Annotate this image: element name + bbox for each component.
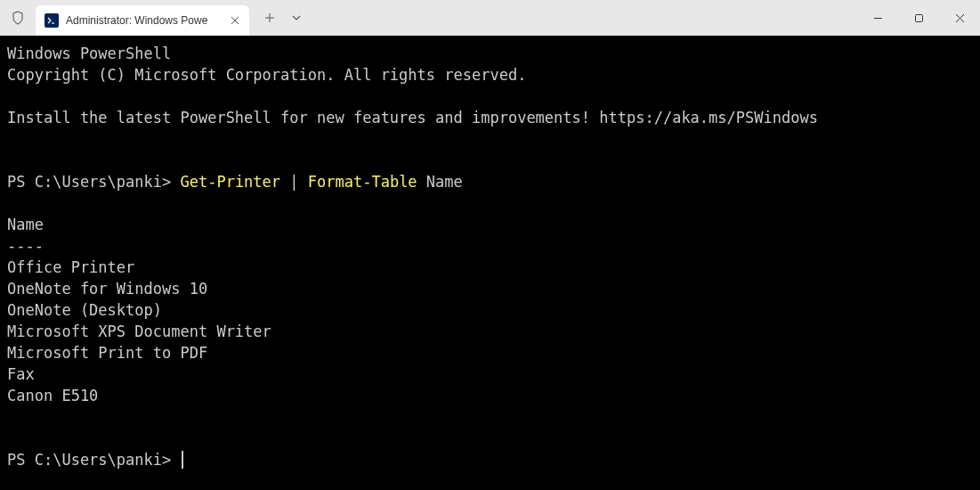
maximize-button[interactable] <box>898 0 939 36</box>
table-row: OneNote for Windows 10 <box>7 280 207 298</box>
table-row: OneNote (Desktop) <box>7 301 162 319</box>
terminal-line: Copyright (C) Microsoft Corporation. All… <box>7 66 526 84</box>
ps-pipe: | <box>280 173 308 191</box>
svg-rect-0 <box>915 14 922 21</box>
tab-title: Administrator: Windows Powe <box>66 14 221 27</box>
terminal-line: Windows PowerShell <box>7 45 171 62</box>
titlebar: Administrator: Windows Powe <box>0 0 980 36</box>
table-row: Canon E510 <box>7 387 98 404</box>
table-row: Microsoft Print to PDF <box>7 344 207 362</box>
tab-dropdown-button[interactable] <box>283 4 310 31</box>
close-button[interactable] <box>939 0 980 36</box>
terminal-output[interactable]: Windows PowerShell Copyright (C) Microso… <box>0 36 980 490</box>
minimize-button[interactable] <box>857 0 898 36</box>
ps-arg: Name <box>417 173 463 191</box>
ps-prompt: PS C:\Users\panki> <box>7 451 180 469</box>
tab-active[interactable]: Administrator: Windows Powe <box>36 5 249 36</box>
shield-icon <box>0 11 36 25</box>
tab-close-button[interactable] <box>228 13 242 28</box>
window-controls <box>857 0 980 36</box>
table-row: Fax <box>7 365 35 383</box>
table-divider: ---- <box>7 237 44 255</box>
table-header: Name <box>7 216 44 233</box>
powershell-icon <box>45 13 59 28</box>
terminal-line: Install the latest PowerShell for new fe… <box>7 109 818 127</box>
new-tab-button[interactable] <box>256 4 283 31</box>
ps-prompt: PS C:\Users\panki> <box>7 173 180 191</box>
ps-command: Format-Table <box>308 173 417 191</box>
cursor <box>182 451 183 469</box>
ps-command: Get-Printer <box>180 173 280 191</box>
table-row: Microsoft XPS Document Writer <box>7 323 271 340</box>
table-row: Office Printer <box>7 258 134 276</box>
